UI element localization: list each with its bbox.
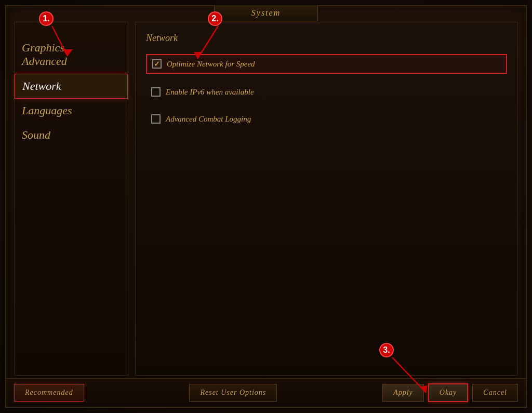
reset-button[interactable]: Reset User Options [189,384,277,402]
optimize-network-label: Optimize Network for Speed [167,60,255,69]
optimize-network-checkbox[interactable]: ✓ [152,59,162,69]
dialog-title: System [251,8,281,17]
title-bar: System [214,5,318,21]
bottom-bar: Recommended Reset User Options Apply Oka… [6,378,526,407]
checkmark-icon: ✓ [154,60,160,69]
cancel-button[interactable]: Cancel [472,384,518,402]
advanced-combat-logging-checkbox[interactable] [151,114,161,124]
advanced-combat-logging-option[interactable]: Advanced Combat Logging [146,110,507,128]
sidebar-item-graphics-advanced[interactable]: Graphics Advanced [15,22,128,74]
enable-ipv6-label: Enable IPv6 when available [166,88,254,97]
enable-ipv6-checkbox[interactable] [151,87,161,97]
sidebar-item-network[interactable]: Network [15,74,128,99]
sidebar: Graphics Advanced Network Languages Soun… [14,22,128,376]
system-dialog: System Graphics Advanced Network Languag… [5,5,527,408]
right-button-group: Apply Okay Cancel [382,383,518,402]
sidebar-item-languages[interactable]: Languages [15,99,128,123]
sidebar-item-sound[interactable]: Sound [15,123,128,148]
recommended-button[interactable]: Recommended [14,384,84,402]
apply-button[interactable]: Apply [382,384,424,402]
content-title: Network [146,33,507,44]
okay-button[interactable]: Okay [428,383,469,402]
optimize-network-option[interactable]: ✓ Optimize Network for Speed [146,54,507,74]
enable-ipv6-option[interactable]: Enable IPv6 when available [146,83,507,101]
content-area: Network ✓ Optimize Network for Speed Ena… [135,22,518,376]
advanced-combat-logging-label: Advanced Combat Logging [166,115,251,124]
